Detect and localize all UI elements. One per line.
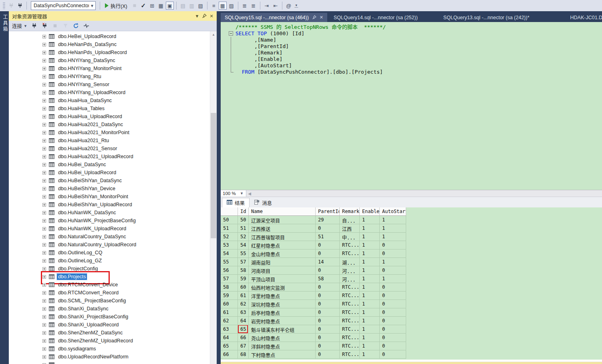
tree-item-dbo-hubeishiyan_device[interactable]: dbo.HuBeiShiYan_Device xyxy=(9,185,217,193)
grid-cell[interactable]: 1 xyxy=(380,233,406,241)
grid-cell[interactable]: 江西普瑞智项目 xyxy=(249,233,316,241)
grid-cell[interactable]: 29 xyxy=(316,216,340,224)
grid-cell[interactable]: 51 xyxy=(316,233,340,241)
tree-item-dbo-huaihua2021_datasync[interactable]: dbo.HuaiHua2021_DataSync xyxy=(9,121,217,129)
grid-row-header[interactable]: 52 xyxy=(221,233,238,241)
expand-icon[interactable] xyxy=(42,107,46,111)
expand-icon[interactable] xyxy=(42,115,46,119)
expand-icon[interactable] xyxy=(42,259,46,263)
grid-header-cell[interactable] xyxy=(221,207,238,216)
grid-cell[interactable]: 67 xyxy=(238,342,249,350)
display-estimated-plan-icon[interactable]: ⊞ xyxy=(148,2,156,10)
code-line[interactable]: ,[Name] xyxy=(221,37,602,43)
document-tab-4[interactable]: HDAK-JC01.DataS...angZh xyxy=(566,13,602,22)
tree-item-dbo-hubeishiyan_datasync[interactable]: dbo.HuBeiShiYan_DataSync xyxy=(9,177,217,185)
results-to-text-icon[interactable]: ≡ xyxy=(210,2,218,10)
toolbar-overflow-button[interactable]: ▾— xyxy=(294,3,299,8)
template-values-icon[interactable]: @ xyxy=(285,2,293,10)
grid-row-header[interactable]: 64 xyxy=(221,334,238,342)
expand-icon[interactable] xyxy=(42,43,46,46)
grid-cell[interactable]: 1 xyxy=(360,308,380,317)
expand-icon[interactable] xyxy=(42,219,46,223)
tree-item-dbo-hnyiyang_sensor[interactable]: dbo.HNYiYang_Sensor xyxy=(9,80,217,88)
expand-icon[interactable] xyxy=(42,235,46,239)
tree-item-dbo-hubei_uploadrecord[interactable]: dbo.HuBei_UploadRecord xyxy=(9,169,217,177)
close-icon[interactable]: ✕ xyxy=(208,12,215,20)
tree-item-dbo-hunanwk_datasync[interactable]: dbo.HuNanWK_DataSync xyxy=(9,209,217,217)
tree-item-dbo-henanpds_datasync[interactable]: dbo.HeNanPds_DataSync xyxy=(9,40,217,48)
expand-icon[interactable] xyxy=(42,131,46,135)
expand-icon[interactable] xyxy=(42,251,46,255)
expand-icon[interactable] xyxy=(42,323,46,327)
grid-cell[interactable]: 后亭村隐患点 xyxy=(249,308,316,317)
document-tab-3[interactable]: SQLQuery13.sql -...nnector (sa (242))* xyxy=(439,13,534,22)
grid-cell[interactable]: 59 xyxy=(238,275,249,283)
code-line[interactable]: ,[AutoStart] xyxy=(221,62,602,69)
grid-cell[interactable]: 1 xyxy=(380,216,406,224)
stop-button[interactable] xyxy=(131,2,139,10)
expand-icon[interactable] xyxy=(42,75,46,78)
grid-cell[interactable]: 1 xyxy=(360,216,380,224)
include-client-statistics-icon[interactable]: ▥ xyxy=(188,2,196,10)
grid-cell[interactable]: 0 xyxy=(316,334,340,342)
grid-cell[interactable]: 0 xyxy=(316,350,340,359)
results-to-grid-icon[interactable]: ▦ xyxy=(219,2,227,10)
grid-cell[interactable]: 江西 xyxy=(340,224,360,233)
grid-cell[interactable]: 68 xyxy=(238,350,249,359)
sql-editor[interactable]: /****** SSMS 的 SelectTopNRows 命令的脚本 ****… xyxy=(221,22,602,190)
expand-icon[interactable] xyxy=(42,171,46,175)
tree-item-dbo-hnyiyang_monitorpoint[interactable]: dbo.HNYiYang_MonitorPoint xyxy=(9,64,217,72)
expand-icon[interactable] xyxy=(42,275,46,279)
refresh-icon[interactable] xyxy=(72,22,79,29)
fold-collapse-icon[interactable] xyxy=(221,30,236,37)
tree-item-dbo-rtcmconvert_device[interactable]: dbo.RTCMConvert_Device xyxy=(9,281,217,289)
grid-cell[interactable]: 0 xyxy=(380,241,406,249)
uncomment-icon[interactable]: ⇤ xyxy=(272,2,280,10)
results-tab-messages[interactable]: 消息 xyxy=(250,198,276,207)
grid-row-header[interactable]: 60 xyxy=(221,300,238,308)
expand-icon[interactable] xyxy=(42,123,46,127)
tree-item-dbo-huaihua2021_uploadrecord[interactable]: dbo.HuaiHua2021_UploadRecord xyxy=(9,153,217,161)
grid-cell[interactable]: 0 xyxy=(316,325,340,334)
tree-item-dbo-huaihua2021_monitorpoint[interactable]: dbo.HuaiHua2021_MonitorPoint xyxy=(9,129,217,137)
tree-item-dbo-shenzhenmz_uploadrecord[interactable]: dbo.ShenZhenMZ_UploadRecord xyxy=(9,337,217,345)
grid-cell[interactable]: 0 xyxy=(380,325,406,334)
scrollbar-thumb[interactable] xyxy=(211,113,216,238)
grid-row-header[interactable]: 62 xyxy=(221,317,238,325)
grid-cell[interactable]: 55 xyxy=(238,249,249,258)
grid-cell[interactable]: 57 xyxy=(238,258,249,266)
grid-cell[interactable]: 58 xyxy=(238,266,249,275)
grid-cell[interactable]: 0 xyxy=(316,308,340,317)
stop-icon[interactable] xyxy=(52,22,58,29)
expand-icon[interactable] xyxy=(42,67,46,70)
grid-cell[interactable]: 66 xyxy=(238,334,249,342)
grid-cell[interactable]: 0 xyxy=(316,266,340,275)
grid-row-header[interactable]: 57 xyxy=(221,275,238,283)
tree-item-dbo-hubeishiyan_monitorpoint[interactable]: dbo.HuBeiShiYan_MonitorPoint xyxy=(9,193,217,201)
document-tab-1[interactable]: SQLQuery15.sql -...nnector (sa (464))✕ xyxy=(221,13,327,22)
expand-icon[interactable] xyxy=(42,99,46,103)
grid-row-header[interactable]: 50 xyxy=(221,216,238,224)
panel-splitter[interactable] xyxy=(217,11,221,364)
expand-icon[interactable] xyxy=(42,243,46,247)
grid-cell[interactable]: 0 xyxy=(380,266,406,275)
grid-cell[interactable]: 1 xyxy=(360,233,380,241)
expand-icon[interactable] xyxy=(42,283,46,287)
grid-cell[interactable]: 中... xyxy=(340,233,360,241)
grid-cell[interactable]: 洋斜村隐患点 xyxy=(249,342,316,350)
tree-item-dbo-naturalcountry_uploadrecord[interactable]: dbo.NaturalCountry_UploadRecord xyxy=(9,241,217,249)
tree-item-dbo-hebei_uploadrecord[interactable]: dbo.HeBei_UploadRecord xyxy=(9,32,217,40)
grid-cell[interactable]: 1 xyxy=(360,342,380,350)
tree-item-dbo-uploadrecordnewplatform[interactable]: dbo.UploadRecordNewPlatform xyxy=(9,353,217,361)
grid-cell[interactable]: RTC... xyxy=(340,300,360,308)
grid-cell[interactable]: 金山村隐患点 xyxy=(249,249,316,258)
grid-cell[interactable]: RTC... xyxy=(340,325,360,334)
grid-cell[interactable]: 0 xyxy=(380,292,406,300)
grid-cell[interactable]: 1 xyxy=(380,275,406,283)
tree-item-dbo-hubeishiyan_uploadrecord[interactable]: dbo.HuBeiShiYan_UploadRecord xyxy=(9,201,217,209)
expand-icon[interactable] xyxy=(42,227,46,231)
tree-item-dbo-hnyiyang_uploadrecord[interactable]: dbo.HNYiYang_UploadRecord xyxy=(9,88,217,97)
grid-cell[interactable]: 下村隐患点 xyxy=(249,350,316,359)
grid-cell[interactable]: 0 xyxy=(380,350,406,359)
grid-cell[interactable]: RTC... xyxy=(340,283,360,292)
